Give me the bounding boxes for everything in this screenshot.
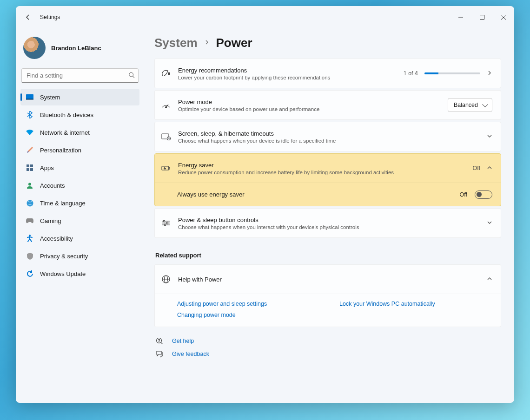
row-title: Help with Power	[178, 276, 479, 283]
row-energy-saver[interactable]: Energy saver Reduce power consumption an…	[155, 154, 501, 183]
accessibility-icon	[26, 235, 33, 242]
minimize-button[interactable]	[450, 10, 471, 25]
row-subtitle: Choose what happens when your device is …	[178, 138, 479, 144]
update-icon	[26, 270, 33, 277]
screen-timeout-icon	[161, 132, 171, 141]
avatar	[23, 37, 46, 59]
sidebar-item-network[interactable]: Network & internet	[20, 124, 139, 141]
help-icon	[155, 337, 164, 345]
row-subtitle: Choose what happens when you interact wi…	[178, 224, 479, 230]
power-mode-icon	[161, 100, 171, 110]
window-controls	[450, 10, 514, 25]
sidebar-item-label: Personalization	[40, 147, 81, 154]
sidebar-item-apps[interactable]: Apps	[20, 159, 139, 176]
feedback-icon	[155, 350, 164, 358]
card-power-buttons: Power & sleep button controls Choose wha…	[154, 208, 501, 238]
sidebar-item-accessibility[interactable]: Accessibility	[20, 230, 139, 247]
leaf-heart-icon	[161, 69, 171, 78]
get-help-link[interactable]: Get help	[172, 338, 194, 344]
minimize-icon	[458, 15, 463, 20]
breadcrumb: System Power	[154, 36, 501, 50]
shield-icon	[26, 252, 33, 260]
system-icon	[26, 93, 33, 101]
give-feedback-row[interactable]: Give feedback	[154, 350, 501, 358]
energy-saver-icon	[161, 164, 171, 173]
link-changing-mode[interactable]: Changing power mode	[177, 312, 330, 318]
sidebar-item-time[interactable]: Time & language	[20, 195, 139, 211]
svg-point-24	[166, 222, 168, 224]
row-title: Power mode	[178, 98, 440, 105]
chevron-right-icon	[487, 70, 492, 77]
svg-rect-10	[26, 168, 29, 171]
row-subtitle: Lower your carbon footprint by applying …	[178, 75, 396, 80]
back-button[interactable]	[22, 12, 33, 23]
sidebar-item-label: Network & internet	[40, 129, 90, 136]
progress-text: 1 of 4	[404, 70, 418, 77]
always-energy-saver-toggle[interactable]	[475, 190, 492, 199]
sidebar-item-label: Accounts	[40, 182, 65, 189]
link-adjusting-power[interactable]: Adjusting power and sleep settings	[177, 301, 330, 307]
footer-links: Get help Give feedback	[154, 337, 501, 358]
maximize-button[interactable]	[471, 10, 493, 25]
breadcrumb-parent[interactable]: System	[154, 36, 198, 50]
close-button[interactable]	[493, 10, 514, 25]
sidebar: Brandon LeBlanc System Bluetooth & devic…	[16, 28, 144, 403]
row-power-mode[interactable]: Power mode Optimize your device based on…	[155, 91, 501, 119]
give-feedback-link[interactable]: Give feedback	[172, 351, 209, 357]
row-title: Energy saver	[178, 162, 465, 169]
search-input[interactable]	[21, 68, 139, 83]
svg-rect-20	[169, 167, 170, 169]
window-title: Settings	[40, 14, 60, 20]
row-energy-recommendations[interactable]: Energy recommendations Lower your carbon…	[155, 59, 501, 88]
sidebar-item-update[interactable]: Windows Update	[20, 265, 139, 282]
page-title: Power	[216, 36, 252, 50]
apps-icon	[26, 164, 33, 171]
svg-rect-8	[26, 164, 29, 167]
sidebar-item-label: Bluetooth & devices	[40, 112, 93, 118]
row-help-with-power[interactable]: Help with Power	[155, 265, 501, 294]
row-title: Screen, sleep, & hibernate timeouts	[178, 130, 479, 137]
progress-bar	[424, 72, 480, 74]
card-help-with-power: Help with Power Adjusting power and slee…	[154, 264, 501, 327]
row-power-buttons[interactable]: Power & sleep button controls Choose wha…	[155, 209, 501, 237]
sidebar-item-privacy[interactable]: Privacy & security	[20, 248, 139, 264]
sidebar-item-label: System	[40, 94, 60, 101]
close-icon	[501, 15, 506, 20]
search-icon[interactable]	[128, 72, 135, 80]
sidebar-item-system[interactable]: System	[20, 89, 139, 105]
gamepad-icon	[26, 217, 33, 224]
related-support-heading: Related support	[155, 252, 501, 259]
sidebar-item-label: Accessibility	[40, 235, 73, 242]
profile[interactable]: Brandon LeBlanc	[20, 31, 139, 66]
sidebar-item-gaming[interactable]: Gaming	[20, 212, 139, 229]
chevron-up-icon	[487, 165, 492, 172]
svg-rect-1	[480, 15, 484, 20]
sidebar-item-personalization[interactable]: Personalization	[20, 142, 139, 158]
sidebar-item-label: Apps	[40, 164, 54, 171]
row-subtitle: Optimize your device based on power use …	[178, 106, 440, 112]
main: System Power Energy recommendations Lowe…	[144, 28, 514, 403]
svg-line-32	[161, 342, 163, 344]
row-timeouts[interactable]: Screen, sleep, & hibernate timeouts Choo…	[155, 122, 501, 151]
power-mode-dropdown[interactable]: Balanced	[448, 98, 492, 112]
svg-rect-11	[30, 168, 33, 171]
sidebar-item-bluetooth[interactable]: Bluetooth & devices	[20, 106, 139, 123]
status-text: Off	[473, 165, 480, 171]
sidebar-item-accounts[interactable]: Accounts	[20, 177, 139, 194]
wifi-icon	[26, 129, 33, 136]
search-box	[21, 68, 139, 83]
link-lock-pc[interactable]: Lock your Windows PC automatically	[339, 301, 492, 307]
chevron-right-icon	[204, 39, 210, 46]
sidebar-item-label: Time & language	[40, 200, 86, 207]
card-energy-saver: Energy saver Reduce power consumption an…	[154, 153, 501, 206]
globe-clock-icon	[26, 199, 33, 207]
row-subtitle: Reduce power consumption and increase ba…	[178, 170, 465, 175]
help-links: Adjusting power and sleep settings Lock …	[155, 294, 501, 327]
sidebar-item-label: Gaming	[40, 217, 61, 224]
get-help-row[interactable]: Get help	[154, 337, 501, 345]
svg-point-31	[159, 341, 159, 342]
content: Brandon LeBlanc System Bluetooth & devic…	[16, 28, 514, 403]
card-power-mode: Power mode Optimize your device based on…	[154, 90, 501, 120]
person-icon	[26, 182, 33, 189]
globe-help-icon	[161, 275, 171, 284]
